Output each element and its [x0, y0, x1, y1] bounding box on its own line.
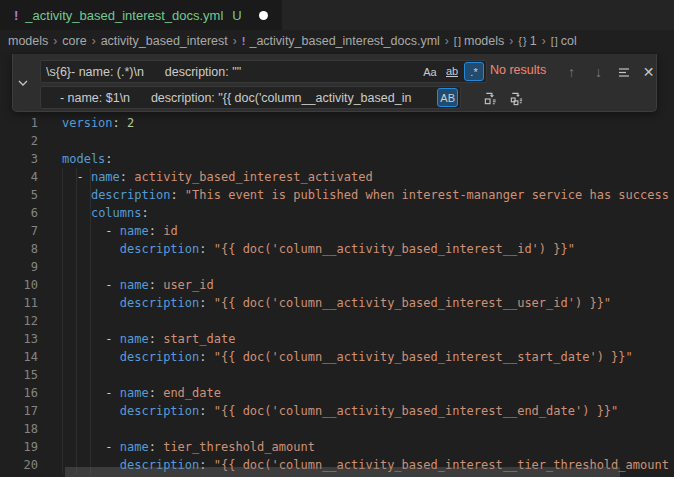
- breadcrumb-label: col: [561, 34, 577, 48]
- breadcrumb-label: models: [464, 34, 504, 48]
- code-line[interactable]: 6 columns:: [0, 204, 674, 222]
- chevron-right-icon: ›: [445, 34, 449, 48]
- replace-all-button[interactable]: [505, 87, 527, 109]
- replace-input[interactable]: [41, 87, 437, 108]
- find-in-selection-icon: [617, 65, 631, 79]
- line-number: 17: [0, 402, 38, 420]
- code-text: version: 2: [38, 114, 134, 132]
- chevron-right-icon: ›: [509, 34, 513, 48]
- chevron-right-icon: ›: [542, 34, 546, 48]
- code-line[interactable]: 11 description: "{{ doc('column__activit…: [0, 294, 674, 312]
- breadcrumb-item-activity_based_interest[interactable]: activity_based_interest: [101, 34, 228, 48]
- breadcrumb-item-_activity_based_interest_docs.yml[interactable]: !_activity_based_interest_docs.yml: [242, 34, 440, 48]
- code-line[interactable]: 7 - name: id: [0, 222, 674, 240]
- yaml-file-icon: !: [242, 35, 246, 47]
- breadcrumb-item-core[interactable]: core: [62, 34, 86, 48]
- line-number: 4: [0, 168, 38, 186]
- find-status: No results: [490, 63, 546, 77]
- code-text: - name: end_date: [38, 384, 221, 402]
- modified-dot-icon[interactable]: [259, 11, 268, 20]
- code-line[interactable]: 3models:: [0, 150, 674, 168]
- code-line[interactable]: 9: [0, 258, 674, 276]
- code-line[interactable]: 5 description: "This event is published …: [0, 186, 674, 204]
- code-text: - name: activity_based_interest_activate…: [38, 168, 373, 186]
- line-number: 18: [0, 420, 38, 438]
- breadcrumb-item-models[interactable]: [ ]models: [454, 34, 504, 48]
- find-input-box: Aa ab .*: [40, 60, 487, 83]
- breadcrumb-label: 1: [530, 34, 537, 48]
- code-text: description: "This event is published wh…: [38, 186, 669, 204]
- find-in-selection-button[interactable]: [613, 61, 634, 82]
- code-text: description: "{{ doc('column__activity_b…: [38, 348, 633, 366]
- find-input[interactable]: [41, 61, 420, 82]
- chevron-right-icon: ›: [92, 34, 96, 48]
- toggle-replace-button[interactable]: [13, 54, 32, 111]
- whole-word-icon: ab: [446, 66, 458, 77]
- tab-active-file[interactable]: ! _activity_based_interest_docs.yml U: [0, 0, 282, 30]
- regex-button[interactable]: .*: [464, 62, 484, 81]
- line-number: 13: [0, 330, 38, 348]
- code-text: - name: user_id: [38, 276, 214, 294]
- code-line[interactable]: 8 description: "{{ doc('column__activity…: [0, 240, 674, 258]
- tab-bar: ! _activity_based_interest_docs.yml U: [0, 0, 674, 30]
- code-line[interactable]: 19 - name: tier_threshold_amount: [0, 438, 674, 456]
- code-line[interactable]: 15: [0, 366, 674, 384]
- code-line[interactable]: 10 - name: user_id: [0, 276, 674, 294]
- replace-all-icon: [509, 91, 524, 106]
- code-text: - name: tier_threshold_amount: [38, 438, 315, 456]
- git-untracked-badge: U: [232, 8, 241, 23]
- breadcrumb: models›core›activity_based_interest›!_ac…: [0, 30, 674, 52]
- symbol-object-icon: { }: [518, 35, 525, 47]
- line-number: 3: [0, 150, 38, 168]
- tab-filename: _activity_based_interest_docs.yml: [25, 8, 223, 23]
- code-text: [38, 312, 62, 330]
- line-number: 9: [0, 258, 38, 276]
- horizontal-scrollbar[interactable]: [65, 467, 620, 477]
- find-next-button[interactable]: ↓: [588, 61, 609, 82]
- code-text: [38, 258, 62, 276]
- replace-button[interactable]: [479, 87, 501, 109]
- breadcrumb-label: core: [62, 34, 86, 48]
- breadcrumb-item-models[interactable]: models: [8, 34, 48, 48]
- find-replace-widget: Aa ab .* No results ↑ ↓ ✕ AB: [12, 54, 657, 112]
- code-line[interactable]: 12: [0, 312, 674, 330]
- preserve-case-button[interactable]: AB: [437, 88, 458, 107]
- code-line[interactable]: 13 - name: start_date: [0, 330, 674, 348]
- line-number: 6: [0, 204, 38, 222]
- code-line[interactable]: 18: [0, 420, 674, 438]
- code-text: - name: id: [38, 222, 178, 240]
- code-line[interactable]: 4 - name: activity_based_interest_activa…: [0, 168, 674, 186]
- code-text: description: "{{ doc('column__activity_b…: [38, 402, 618, 420]
- code-line[interactable]: 17 description: "{{ doc('column__activit…: [0, 402, 674, 420]
- line-number: 16: [0, 384, 38, 402]
- close-button[interactable]: ✕: [638, 61, 659, 82]
- line-number: 11: [0, 294, 38, 312]
- symbol-array-icon: [ ]: [551, 35, 557, 47]
- code-text: [38, 132, 62, 150]
- code-line[interactable]: 16 - name: end_date: [0, 384, 674, 402]
- code-line[interactable]: 14 description: "{{ doc('column__activit…: [0, 348, 674, 366]
- line-number: 12: [0, 312, 38, 330]
- line-number: 19: [0, 438, 38, 456]
- line-number: 2: [0, 132, 38, 150]
- line-number: 5: [0, 186, 38, 204]
- code-text: models:: [38, 150, 113, 168]
- code-text: [38, 420, 62, 438]
- find-previous-button[interactable]: ↑: [561, 61, 582, 82]
- symbol-array-icon: [ ]: [454, 35, 460, 47]
- match-case-button[interactable]: Aa: [420, 62, 440, 81]
- line-number: 20: [0, 456, 38, 474]
- whole-word-button[interactable]: ab: [442, 62, 462, 81]
- code-line[interactable]: 1version: 2: [0, 114, 674, 132]
- breadcrumb-item-col[interactable]: [ ]col: [551, 34, 577, 48]
- code-line[interactable]: 2: [0, 132, 674, 150]
- line-number: 1: [0, 114, 38, 132]
- editor: Aa ab .* No results ↑ ↓ ✕ AB: [0, 52, 674, 477]
- breadcrumb-label: _activity_based_interest_docs.yml: [249, 34, 439, 48]
- breadcrumb-label: activity_based_interest: [101, 34, 228, 48]
- breadcrumb-item-1[interactable]: { }1: [518, 34, 536, 48]
- code-text: columns:: [38, 204, 149, 222]
- chevron-right-icon: ›: [233, 34, 237, 48]
- line-number: 15: [0, 366, 38, 384]
- chevron-right-icon: ›: [53, 34, 57, 48]
